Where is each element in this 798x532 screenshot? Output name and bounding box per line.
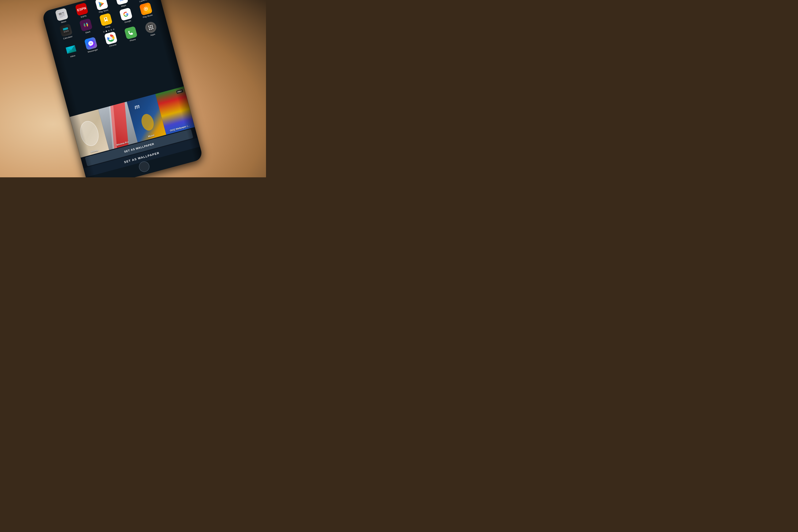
page-dot-4 <box>110 29 112 31</box>
inbox-icon <box>64 42 78 56</box>
svg-rect-50 <box>126 28 135 37</box>
apps-label: Apps <box>150 33 155 37</box>
app-keep[interactable]: Keep <box>97 13 115 30</box>
news-icon <box>55 8 69 21</box>
app-inbox[interactable]: Inbox <box>62 42 80 59</box>
app-calculator[interactable]: ÷× Calculator <box>57 23 75 40</box>
phone-screen: News ESPN ESPN <box>42 0 203 177</box>
hw-badge: HW+ <box>176 89 184 94</box>
page-dot-3 <box>108 30 110 31</box>
app-messenger[interactable]: Messenger <box>82 36 100 54</box>
svg-rect-0 <box>58 10 66 19</box>
keep-icon <box>99 13 113 26</box>
playmusic-icon <box>139 2 153 16</box>
apps-icon <box>144 21 158 34</box>
slack-label: Slack <box>85 31 91 34</box>
app-grid: News ESPN ESPN <box>50 0 164 62</box>
page-dot-1 <box>103 31 105 33</box>
app-slack[interactable]: Slack <box>77 18 95 35</box>
app-playmusic[interactable]: Play Music <box>137 2 155 19</box>
app-playstore[interactable]: Play Store <box>93 0 111 14</box>
app-apps[interactable]: Apps <box>142 20 160 38</box>
app-google[interactable]: Google <box>117 7 135 24</box>
scene: News ESPN ESPN <box>0 0 266 177</box>
google-icon <box>119 7 133 21</box>
app-espn[interactable]: ESPN ESPN <box>73 2 91 19</box>
espn-label: ESPN <box>81 15 87 18</box>
news-label: News <box>61 20 66 24</box>
phone-label: Phone <box>129 38 136 42</box>
calculator-icon: ÷× <box>59 24 73 37</box>
page-dot-2 <box>106 31 107 32</box>
wallpaper-section: Ilinima Minima Pro m <box>70 86 200 177</box>
maps-label: Maps <box>121 4 126 7</box>
messenger-icon <box>84 37 98 50</box>
app-news[interactable]: News <box>53 7 71 25</box>
page-dot-5 <box>113 28 114 30</box>
svg-rect-19 <box>61 25 71 35</box>
phone-icon <box>124 26 138 39</box>
inbox-label: Inbox <box>70 54 76 58</box>
svg-rect-25 <box>81 20 91 30</box>
slack-icon <box>79 18 93 32</box>
phone-body: News ESPN ESPN <box>42 0 203 177</box>
app-phone[interactable]: Phone <box>122 25 140 43</box>
chrome-icon <box>104 32 118 45</box>
keep-label: Keep <box>105 25 110 29</box>
svg-rect-12 <box>117 0 126 3</box>
maps-icon <box>115 0 128 5</box>
launcher-label: Launcher <box>139 0 148 3</box>
espn-icon: ESPN <box>75 2 89 16</box>
app-maps[interactable]: Maps <box>113 0 131 9</box>
app-chrome[interactable]: Chrome <box>102 31 120 48</box>
